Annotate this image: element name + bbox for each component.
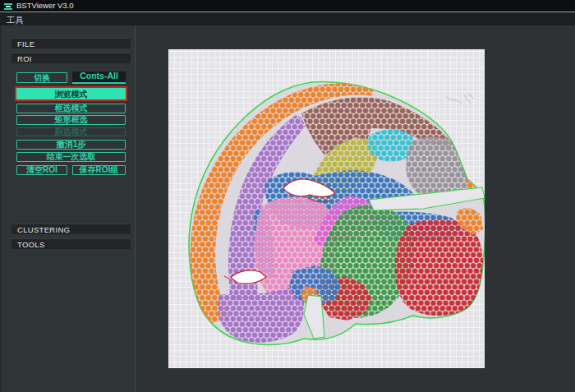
mode-button-brush-select[interactable]: 刷选模式 [16,127,126,136]
slide-mark-2 [468,94,474,99]
clear-roi-button[interactable]: 清空ROI [16,165,67,175]
slide-mark-1 [464,95,471,104]
mode-button-browse[interactable]: 浏览模式 [15,86,127,101]
sidebar-panel: FILE ROI 切换 Conts-All 浏览模式 框选模式 矩形框选 刷选模… [0,25,136,392]
mode-button-box-select[interactable]: 框选模式 [16,104,126,113]
save-roi-group-button[interactable]: 保存ROI组 [72,165,126,175]
window-title: BSTViewer V3.0 [16,0,74,12]
conts-all-label[interactable]: Conts-All [72,71,126,84]
switch-button[interactable]: 切换 [16,72,67,83]
end-selection-button[interactable]: 结束一次选取 [16,152,126,162]
spatial-cluster-plot[interactable] [168,49,485,368]
section-header-clustering[interactable]: CLUSTERING [12,224,131,234]
app-icon [4,2,12,10]
section-header-tools[interactable]: TOOLS [12,238,131,249]
menu-item-tools[interactable]: 工具 [0,12,30,25]
section-header-roi[interactable]: ROI [12,53,131,63]
section-header-file[interactable]: FILE [12,38,131,48]
viewer-area [136,25,575,392]
mode-button-rect-select[interactable]: 矩形框选 [16,115,126,125]
title-bar: BSTViewer V3.0 [0,0,575,12]
menu-bar: 工具 [0,12,575,25]
undo-step-button[interactable]: 撤消1步 [16,140,126,150]
slide-mark-0 [446,97,462,104]
region-red-main [395,219,483,316]
